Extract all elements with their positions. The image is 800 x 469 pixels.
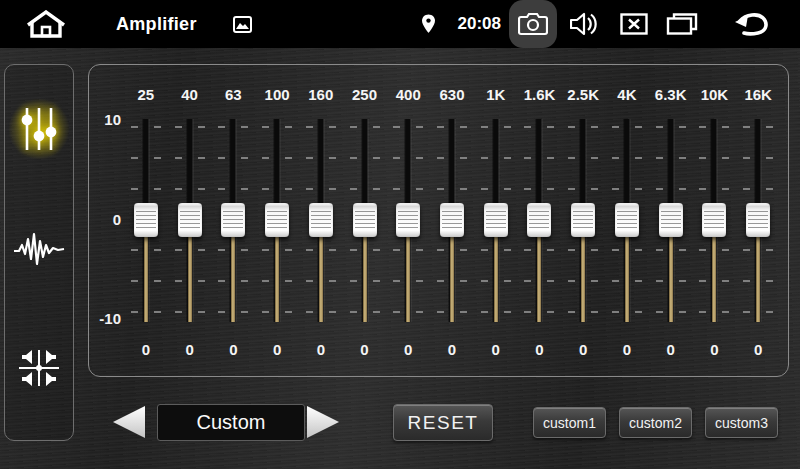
slider-tick bbox=[131, 126, 161, 128]
sidebar-item-sound-effect[interactable] bbox=[5, 231, 73, 267]
band-frequency-label: 400 bbox=[386, 86, 430, 103]
band-value: 0 bbox=[605, 341, 649, 358]
amplifier-screen: Amplifier 20:08 bbox=[0, 0, 800, 469]
band-slider[interactable] bbox=[299, 111, 343, 331]
band-slider[interactable] bbox=[255, 111, 299, 331]
slider-tick bbox=[218, 188, 248, 190]
band-value: 0 bbox=[693, 341, 737, 358]
slider-tick bbox=[612, 157, 642, 159]
preset-prev-arrow[interactable] bbox=[113, 406, 145, 438]
slider-thumb[interactable] bbox=[702, 203, 726, 237]
band-frequency-label: 2.5K bbox=[561, 86, 605, 103]
slider-tick bbox=[262, 157, 292, 159]
slider-thumb[interactable] bbox=[484, 203, 508, 237]
slider-tick bbox=[437, 157, 467, 159]
slider-thumb[interactable] bbox=[396, 203, 420, 237]
eq-band: 4K 0 bbox=[605, 65, 649, 376]
camera-button-highlight[interactable] bbox=[509, 0, 557, 48]
slider-tick bbox=[743, 188, 773, 190]
slider-thumb[interactable] bbox=[221, 203, 245, 237]
slider-thumb[interactable] bbox=[571, 203, 595, 237]
band-slider[interactable] bbox=[474, 111, 518, 331]
slider-thumb[interactable] bbox=[615, 203, 639, 237]
slider-thumb[interactable] bbox=[659, 203, 683, 237]
volume-icon[interactable] bbox=[570, 12, 598, 36]
band-slider[interactable] bbox=[605, 111, 649, 331]
equalizer-sliders-icon bbox=[20, 105, 58, 153]
band-value: 0 bbox=[649, 341, 693, 358]
slider-tick bbox=[262, 126, 292, 128]
eq-band: 6.3K 0 bbox=[649, 65, 693, 376]
slider-tick bbox=[350, 188, 380, 190]
band-frequency-label: 630 bbox=[430, 86, 474, 103]
home-icon[interactable] bbox=[26, 10, 66, 38]
slider-tick bbox=[393, 188, 423, 190]
slider-thumb[interactable] bbox=[527, 203, 551, 237]
slider-tick bbox=[699, 126, 729, 128]
slider-tick bbox=[481, 157, 511, 159]
band-slider[interactable] bbox=[649, 111, 693, 331]
slider-tick bbox=[175, 188, 205, 190]
reset-button[interactable]: RESET bbox=[393, 404, 493, 441]
slider-tick bbox=[612, 126, 642, 128]
equalizer-panel: 10 0 -10 25 0 40 bbox=[88, 64, 789, 377]
band-slider[interactable] bbox=[736, 111, 780, 331]
band-slider[interactable] bbox=[168, 111, 212, 331]
custom3-button[interactable]: custom3 bbox=[705, 407, 778, 438]
db-scale-plus10: 10 bbox=[93, 111, 121, 128]
band-slider[interactable] bbox=[124, 111, 168, 331]
clock: 20:08 bbox=[458, 14, 501, 34]
band-slider[interactable] bbox=[561, 111, 605, 331]
slider-tick bbox=[656, 157, 686, 159]
band-frequency-label: 1K bbox=[474, 86, 518, 103]
sidebar-item-equalizer[interactable] bbox=[5, 105, 73, 153]
slider-thumb[interactable] bbox=[309, 203, 333, 237]
band-frequency-label: 40 bbox=[168, 86, 212, 103]
slider-tick bbox=[568, 126, 598, 128]
eq-band: 1K 0 bbox=[474, 65, 518, 376]
page-title: Amplifier bbox=[116, 14, 197, 35]
slider-thumb[interactable] bbox=[178, 203, 202, 237]
slider-tick bbox=[699, 157, 729, 159]
band-slider[interactable] bbox=[518, 111, 562, 331]
slider-thumb[interactable] bbox=[134, 203, 158, 237]
custom1-button[interactable]: custom1 bbox=[533, 407, 606, 438]
db-scale-minus10: -10 bbox=[93, 310, 121, 327]
slider-thumb[interactable] bbox=[440, 203, 464, 237]
recents-icon[interactable] bbox=[666, 12, 698, 36]
slider-thumb[interactable] bbox=[746, 203, 770, 237]
back-icon[interactable] bbox=[734, 10, 770, 38]
eq-band: 630 0 bbox=[430, 65, 474, 376]
band-value: 0 bbox=[736, 341, 780, 358]
camera-icon bbox=[518, 12, 548, 36]
eq-band: 40 0 bbox=[168, 65, 212, 376]
band-frequency-label: 16K bbox=[736, 86, 780, 103]
slider-tick bbox=[524, 188, 554, 190]
slider-tick bbox=[175, 157, 205, 159]
band-slider[interactable] bbox=[386, 111, 430, 331]
band-value: 0 bbox=[474, 341, 518, 358]
sidebar-item-speaker-balance[interactable] bbox=[5, 345, 73, 391]
eq-band: 100 0 bbox=[255, 65, 299, 376]
band-frequency-label: 4K bbox=[605, 86, 649, 103]
bottom-controls: Custom RESET custom1 custom2 custom3 bbox=[0, 396, 800, 456]
slider-tick bbox=[306, 157, 336, 159]
slider-thumb[interactable] bbox=[265, 203, 289, 237]
close-icon[interactable] bbox=[620, 13, 648, 35]
band-slider[interactable] bbox=[430, 111, 474, 331]
band-slider[interactable] bbox=[343, 111, 387, 331]
gallery-icon[interactable] bbox=[233, 16, 252, 33]
slider-tick bbox=[306, 188, 336, 190]
band-slider[interactable] bbox=[211, 111, 255, 331]
eq-band: 25 0 bbox=[124, 65, 168, 376]
slider-tick bbox=[350, 126, 380, 128]
speaker-balance-icon bbox=[16, 345, 62, 391]
band-slider[interactable] bbox=[693, 111, 737, 331]
preset-next-arrow[interactable] bbox=[307, 406, 339, 438]
slider-tick bbox=[175, 126, 205, 128]
band-frequency-label: 250 bbox=[343, 86, 387, 103]
custom2-button[interactable]: custom2 bbox=[619, 407, 692, 438]
slider-tick bbox=[218, 126, 248, 128]
preset-selector[interactable]: Custom bbox=[157, 404, 305, 441]
slider-thumb[interactable] bbox=[353, 203, 377, 237]
